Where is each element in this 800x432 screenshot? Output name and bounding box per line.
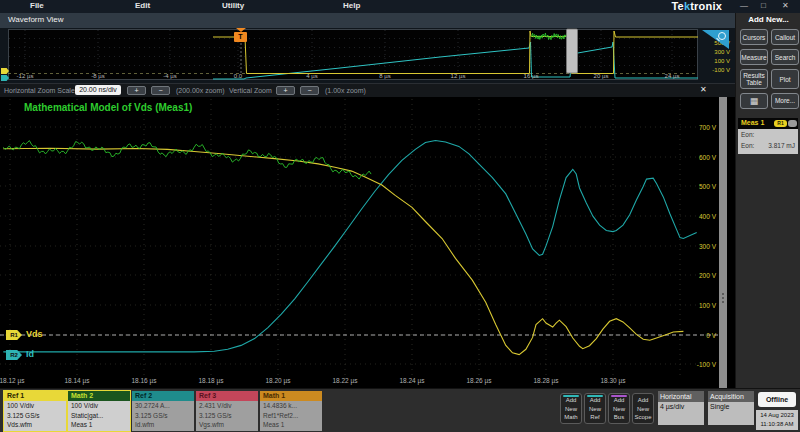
time-axis-label: 18.30 µs bbox=[600, 377, 625, 384]
channel-badge-math1[interactable]: Math 114.4836 k...Ref1*Ref2...Meas 1 bbox=[260, 391, 322, 431]
overview-time-label: 8 µs bbox=[379, 73, 390, 79]
zoom-close-icon[interactable]: ✕ bbox=[700, 85, 707, 94]
add-new-ref-button[interactable]: AddNewRef bbox=[584, 393, 606, 424]
horizontal-panel[interactable]: Horizontal 4 µs/div bbox=[658, 391, 704, 425]
meas1-title: Meas 1 bbox=[741, 119, 764, 126]
sidebar-button-search[interactable]: Search bbox=[771, 49, 799, 65]
add-button-line: Scope bbox=[633, 413, 653, 422]
menu-item-help[interactable]: Help bbox=[343, 1, 360, 10]
bottom-bar: Ref 1100 V/div3.125 GS/sVds.wfmMath 2100… bbox=[0, 388, 800, 432]
sidebar-button-more[interactable]: More... bbox=[771, 93, 799, 109]
add-new-math-button[interactable]: AddNewMath bbox=[560, 393, 582, 424]
volt-axis-label: 300 V bbox=[660, 243, 716, 250]
vertical-scrollbar[interactable] bbox=[719, 97, 727, 388]
oscilloscope-app: FileEditUtilityHelp Tektronix —□✕ Wavefo… bbox=[0, 0, 800, 432]
channel-badge-ref1[interactable]: Ref 1100 V/div3.125 GS/sVds.wfm bbox=[4, 391, 66, 431]
overview-waveforms bbox=[0, 28, 735, 83]
volt-axis-label: 100 V bbox=[660, 302, 716, 309]
badge-title: Ref 3 bbox=[196, 391, 258, 401]
overview-volt-label: 100 V bbox=[690, 58, 730, 64]
badge-setting-row: Meas 1 bbox=[263, 420, 322, 430]
badge-setting-row: 3.125 GS/s bbox=[199, 411, 258, 421]
sidebar-button-cursors[interactable]: Cursors bbox=[740, 29, 768, 45]
time-axis-label: 18.12 µs bbox=[0, 377, 25, 384]
zoom-controls-bar: Horizontal Zoom Scale 20.00 ns/div + − (… bbox=[0, 83, 735, 98]
acquisition-mode-value: Single bbox=[708, 402, 754, 425]
badge-setting-row: 100 V/div bbox=[7, 401, 66, 411]
offline-button[interactable]: Offline bbox=[758, 392, 796, 407]
badge-setting-row: 2.431 V/div bbox=[199, 401, 258, 411]
zoomed-waveforms bbox=[0, 97, 735, 388]
vzoom-plus-button[interactable]: + bbox=[276, 86, 295, 95]
plot-title: Mathematical Model of Vds (Meas1) bbox=[24, 102, 192, 113]
close-button[interactable]: ✕ bbox=[782, 1, 789, 10]
channel-badge-math2[interactable]: Math 2100 V/divStatic|gat...Meas 1 bbox=[68, 391, 130, 431]
sidebar-button-plot[interactable]: Plot bbox=[771, 69, 799, 89]
time-axis-label: 18.22 µs bbox=[332, 377, 357, 384]
scroll-handle-dot bbox=[722, 297, 724, 299]
zoom-scale-input[interactable]: 20.00 ns/div bbox=[75, 85, 121, 95]
meas-result-row: Eon: bbox=[738, 130, 798, 141]
trace-label-id: Id bbox=[26, 349, 34, 359]
meas1-header: Meas 1 R1 bbox=[738, 118, 798, 129]
trace-label-vds: Vds bbox=[26, 329, 43, 339]
badge-settings: 14.4836 k...Ref1*Ref2...Meas 1 bbox=[260, 401, 322, 431]
badge-setting-row: Static|gat... bbox=[71, 411, 130, 421]
datetime-display: 14 Aug 2023 11:10:38 AM bbox=[756, 410, 798, 430]
main-waveform-view[interactable]: Mathematical Model of Vds (Meas1) 700 V6… bbox=[0, 97, 735, 388]
logo-text: Te bbox=[671, 0, 683, 12]
meas-result-value: 3.817 mJ bbox=[768, 142, 795, 149]
time-axis-label: 18.28 µs bbox=[533, 377, 558, 384]
meas-result-label: Eon: bbox=[741, 131, 754, 138]
acquisition-panel[interactable]: Acquisition Single bbox=[708, 391, 754, 425]
overview-time-label: 16 µs bbox=[524, 73, 539, 79]
channel-badge-ref3[interactable]: Ref 32.431 V/div3.125 GS/sVgs.wfm bbox=[196, 391, 258, 431]
meas1-results-badge[interactable]: Meas 1 R1 Eon:Eon:3.817 mJ bbox=[738, 118, 798, 154]
time-axis-label: 18.24 µs bbox=[399, 377, 424, 384]
maximize-button[interactable]: □ bbox=[761, 1, 766, 10]
hzoom-plus-button[interactable]: + bbox=[127, 86, 146, 95]
volt-axis-label: 600 V bbox=[660, 154, 716, 161]
tab-waveform-view[interactable]: Waveform View bbox=[8, 15, 64, 24]
badge-title: Ref 2 bbox=[132, 391, 194, 401]
add-new-scope-button[interactable]: AddNewScope bbox=[632, 393, 654, 424]
badge-setting-row: Vgs.wfm bbox=[199, 420, 258, 430]
add-new-heading: Add New... bbox=[736, 15, 800, 24]
add-new-bus-button[interactable]: AddNewBus bbox=[608, 393, 630, 424]
menu-item-edit[interactable]: Edit bbox=[135, 1, 150, 10]
badge-setting-row: 3.125 GS/s bbox=[135, 411, 194, 421]
trigger-t-icon: T bbox=[234, 32, 247, 42]
zoom-grid-icon-button[interactable]: ▦ bbox=[740, 93, 768, 109]
menu-item-utility[interactable]: Utility bbox=[222, 1, 244, 10]
volt-axis-label: -100 V bbox=[660, 361, 716, 368]
add-button-line: Add bbox=[561, 396, 581, 405]
badge-setting-row: Id.wfm bbox=[135, 420, 194, 430]
horizontal-zoom-scale-label: Horizontal Zoom Scale bbox=[4, 87, 75, 94]
overview-time-label: 20 µs bbox=[594, 73, 609, 79]
sidebar-button-callout[interactable]: Callout bbox=[771, 29, 799, 45]
overview-time-label: 0.0 bbox=[234, 73, 242, 79]
meas1-collapse-handle[interactable] bbox=[788, 120, 797, 127]
badge-setting-row: Meas 1 bbox=[71, 420, 130, 430]
vzoom-minus-button[interactable]: − bbox=[300, 86, 319, 95]
minimize-button[interactable]: — bbox=[740, 1, 748, 10]
overview-time-label: 4 µs bbox=[306, 73, 317, 79]
trigger-marker[interactable]: T bbox=[233, 28, 249, 44]
menu-item-file[interactable]: File bbox=[30, 1, 44, 10]
overview-time-label: -4 µs bbox=[163, 73, 176, 79]
meas-result-label: Eon: bbox=[741, 142, 754, 149]
sidebar-button-results-table[interactable]: Results Table bbox=[740, 69, 768, 89]
hzoom-factor-label: (200.00x zoom) bbox=[176, 87, 225, 94]
sidebar-button-measure[interactable]: Measure bbox=[740, 49, 768, 65]
add-button-line: Add bbox=[633, 396, 653, 405]
channel-badge-ref2[interactable]: Ref 230.2724 A...3.125 GS/sId.wfm bbox=[132, 391, 194, 431]
acquisition-overview[interactable]: -12 µs-8 µs-4 µs0.04 µs8 µs12 µs16 µs20 … bbox=[0, 28, 735, 83]
add-button-line: Add bbox=[609, 396, 629, 405]
time-text: 11:10:38 AM bbox=[756, 420, 798, 429]
hzoom-minus-button[interactable]: − bbox=[151, 86, 170, 95]
badge-setting-row: Vds.wfm bbox=[7, 420, 66, 430]
badge-settings: 100 V/div3.125 GS/sVds.wfm bbox=[4, 401, 66, 431]
badge-color-stripe bbox=[587, 395, 603, 397]
badge-color-stripe bbox=[563, 395, 579, 397]
right-sidebar: Add New... CursorsCalloutMeasureSearchRe… bbox=[735, 13, 800, 388]
